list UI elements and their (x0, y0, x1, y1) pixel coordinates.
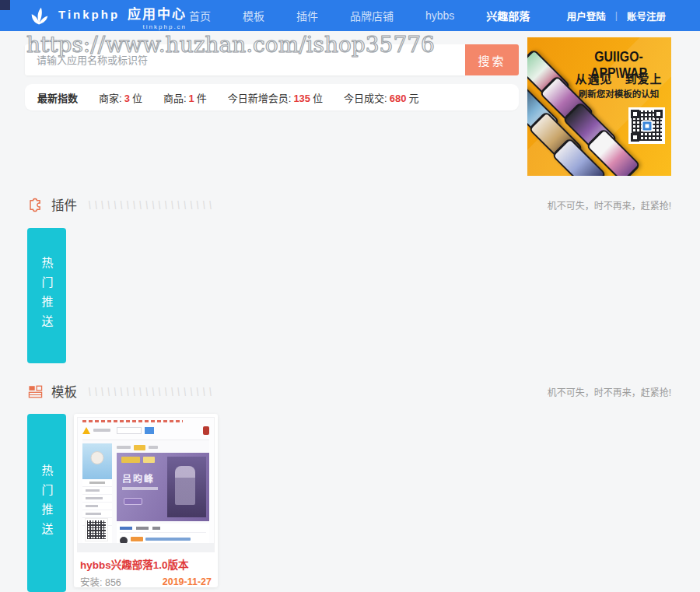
thumb-logo-icon (82, 427, 90, 434)
nav-item-hybbs[interactable]: hybbs (425, 9, 454, 22)
thumb-banner-chip (143, 457, 155, 463)
template-hot-ribbon: 热门推送 (27, 414, 66, 592)
template-card-meta: 安装: 856 2019-11-27 (80, 574, 212, 587)
install-count: 安装: 856 (80, 574, 121, 587)
qr-code (628, 107, 665, 144)
thumb-main-area: 吕昀峰 (117, 443, 209, 543)
nav-menu: 首页 模板 插件 品牌店铺 hybbs 兴趣部落 (189, 0, 530, 31)
stat-today-sales: 今日成交:680元 (344, 90, 418, 105)
thumb-banner-photo (167, 457, 206, 517)
register-link[interactable]: 账号注册 (627, 9, 666, 23)
thumb-footer-band (78, 543, 214, 552)
thumb-watermark-line (82, 420, 183, 422)
thumb-sidebar (82, 443, 112, 543)
page: Tinkphp 应用中心 tinkphp.cn 首页 模板 插件 品牌店铺 hy… (0, 0, 700, 592)
brand-logo[interactable]: Tinkphp 应用中心 tinkphp.cn (28, 3, 187, 30)
thumb-banner-name: 吕昀峰 (122, 471, 155, 485)
template-card[interactable]: 吕昀峰 (74, 414, 218, 587)
plugin-section-title: 插件 (51, 195, 77, 214)
stat-products-value: 1 (189, 93, 194, 104)
stat-merchants: 商家:3位 (99, 90, 142, 105)
stat-new-members-value: 135 (293, 93, 310, 104)
thumb-site-header (82, 425, 209, 436)
brand-text: Tinkphp 应用中心 tinkphp.cn (58, 3, 187, 30)
nav-item-home[interactable]: 首页 (189, 8, 211, 23)
login-link[interactable]: 用户登陆 (567, 9, 606, 23)
thumb-search-button (145, 427, 154, 434)
template-card-title[interactable]: hybbs兴趣部落1.0版本 (80, 556, 212, 572)
template-card-date: 2019-11-27 (163, 576, 212, 587)
nav-item-interest-tribe[interactable]: 兴趣部落 (486, 8, 530, 23)
brand-name: Tinkphp (58, 8, 120, 21)
layout-icon (27, 384, 44, 400)
section-slash-decoration: \\\\\\\\\\\\\\\\\\\\ (88, 198, 215, 212)
thumb-site-body: 吕昀峰 (82, 440, 209, 543)
brand-domain: tinkphp.cn (58, 23, 187, 30)
thumb-banner: 吕昀峰 (117, 453, 209, 521)
auth-divider: | (615, 10, 618, 21)
ad-subtitle: 刷新您对模板的认知 (568, 87, 670, 100)
nav-item-templates[interactable]: 模板 (243, 8, 264, 23)
stat-products: 商品:1件 (163, 90, 207, 105)
search-button[interactable]: 搜索 (465, 44, 519, 75)
template-section-promo: 机不可失，时不再来，赶紧抢! (548, 385, 671, 398)
stat-today-sales-value: 680 (390, 93, 407, 104)
template-hot-ribbon-label: 热门推送 (39, 464, 55, 542)
thumb-banner-subtitle-bar (122, 487, 158, 490)
template-thumbnail[interactable]: 吕昀峰 (77, 417, 215, 552)
navbar: Tinkphp 应用中心 tinkphp.cn 首页 模板 插件 品牌店铺 hy… (0, 0, 700, 31)
stats-bar: 最新指数 商家:3位 商品:1件 今日新增会员:135位 今日成交:680元 (25, 84, 519, 110)
nav-item-brand-shop[interactable]: 品牌店铺 (350, 8, 394, 23)
template-section-header: 模板 \\\\\\\\\\\\\\\\\\\\ 机不可失，时不再来，赶紧抢! (27, 378, 671, 405)
thumb-text-bar (93, 429, 110, 432)
stats-title: 最新指数 (37, 90, 78, 105)
thumb-tag-row (117, 443, 209, 451)
nav-item-plugins[interactable]: 插件 (296, 8, 318, 23)
corner-decoration (0, 0, 10, 10)
plugin-hot-ribbon-label: 热门推送 (39, 257, 55, 335)
stat-merchants-value: 3 (124, 93, 130, 104)
puzzle-icon (27, 197, 44, 213)
stat-new-members: 今日新增会员:135位 (228, 90, 323, 105)
section-slash-decoration: \\\\\\\\\\\\\\\\\\\\ (88, 385, 215, 398)
thumb-banner-button (124, 498, 142, 505)
plugin-section-promo: 机不可失，时不再来，赶紧抢! (548, 198, 671, 212)
thumb-qr-code (85, 518, 108, 541)
thumb-search-box (117, 427, 142, 434)
nav-auth: 用户登陆 | 账号注册 (567, 0, 666, 31)
brand-suffix: 应用中心 (128, 3, 187, 23)
thumb-avatar (82, 443, 112, 479)
thumb-banner-chip (121, 457, 140, 463)
qr-center-logo (641, 120, 653, 131)
ad-slogan: 从遇见 到爱上 (568, 70, 670, 86)
ad-banner[interactable]: GUIIGO-APP\WAP 从遇见 到爱上 刷新您对模板的认知 (527, 37, 671, 176)
search-input[interactable] (25, 44, 465, 75)
thumb-seal-icon (203, 426, 209, 435)
template-section-title: 模板 (51, 382, 77, 401)
plugin-hot-ribbon: 热门推送 (27, 228, 66, 363)
plugin-section-header: 插件 \\\\\\\\\\\\\\\\\\\\ 机不可失，时不再来，赶紧抢! (27, 191, 671, 218)
lotus-logo-icon (28, 5, 51, 29)
